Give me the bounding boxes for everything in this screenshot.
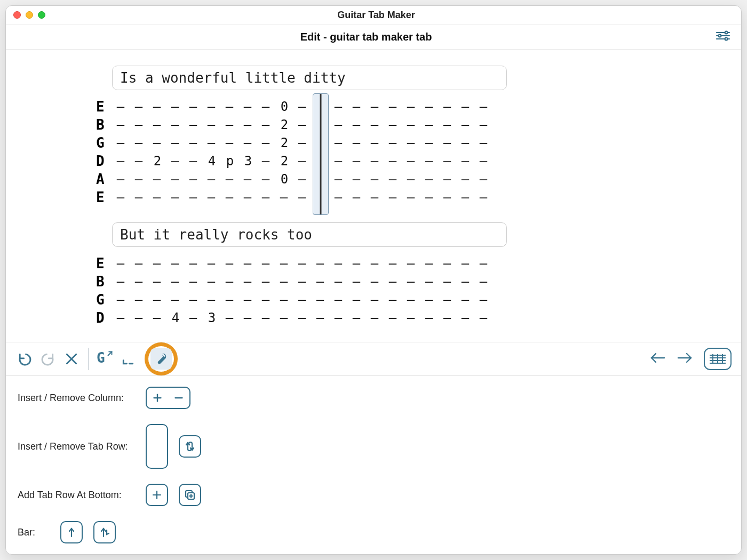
tab-cell[interactable]: — (475, 154, 493, 169)
tab-cell[interactable]: — (257, 135, 275, 150)
tab-cell[interactable]: — (330, 256, 348, 271)
maximize-window-button[interactable] (38, 11, 45, 19)
tab-cell[interactable]: — (457, 172, 475, 187)
tab-cell[interactable]: — (439, 117, 457, 132)
tab-cell[interactable]: — (312, 292, 330, 307)
redo-button[interactable] (39, 350, 57, 368)
tab-cell[interactable]: p (221, 154, 239, 169)
tab-cell[interactable]: — (221, 190, 239, 205)
tab-cell[interactable]: — (203, 256, 221, 271)
tab-cell[interactable]: — (293, 274, 312, 289)
tab-cell[interactable]: — (257, 117, 275, 132)
tab-cell[interactable]: — (275, 274, 293, 289)
tab-cell[interactable]: — (384, 154, 402, 169)
tab-cell[interactable]: — (239, 135, 257, 150)
tab-cell[interactable]: — (439, 274, 457, 289)
tab-cell[interactable]: — (221, 117, 239, 132)
tab-string-row[interactable]: E————————————————————— (96, 254, 651, 273)
tab-cell[interactable]: — (330, 117, 348, 132)
tab-cell[interactable]: — (330, 99, 348, 114)
add-row-bottom-button[interactable] (146, 484, 168, 506)
tab-cell[interactable]: — (130, 310, 148, 325)
tab-cell[interactable]: — (366, 310, 384, 325)
tab-cell[interactable]: — (384, 274, 402, 289)
tab-cell[interactable]: — (366, 292, 384, 307)
tab-cell[interactable]: — (402, 99, 420, 114)
tab-cell[interactable]: — (185, 117, 203, 132)
tab-cell[interactable]: — (130, 135, 148, 150)
tab-cell[interactable]: — (420, 135, 439, 150)
insert-column-button[interactable] (147, 392, 168, 404)
tab-cell[interactable]: — (166, 190, 185, 205)
tab-cell[interactable]: — (257, 310, 275, 325)
tab-cell[interactable]: 4 (203, 154, 221, 169)
tab-cell[interactable]: — (312, 256, 330, 271)
tab-cell[interactable]: — (275, 190, 293, 205)
tab-cell[interactable]: — (203, 172, 221, 187)
tab-cell[interactable]: — (457, 190, 475, 205)
tab-cell[interactable]: — (439, 310, 457, 325)
tab-cell[interactable]: — (330, 310, 348, 325)
tab-cell[interactable]: — (330, 172, 348, 187)
tab-cell[interactable]: — (148, 117, 166, 132)
tab-cell[interactable]: — (348, 135, 366, 150)
tab-cell[interactable]: — (221, 310, 239, 325)
tab-cell[interactable]: — (130, 172, 148, 187)
tab-cell[interactable]: 2 (275, 154, 293, 169)
tab-cell[interactable]: — (439, 99, 457, 114)
tab-cell[interactable]: — (348, 190, 366, 205)
tab-cell[interactable]: — (384, 117, 402, 132)
tab-cell[interactable]: — (203, 99, 221, 114)
swap-rows-button[interactable] (179, 435, 201, 458)
tab-cell[interactable]: — (420, 172, 439, 187)
tab-cell[interactable]: — (293, 256, 312, 271)
tab-cell[interactable]: — (112, 135, 130, 150)
tab-cell[interactable]: — (112, 190, 130, 205)
tab-cell[interactable]: — (475, 292, 493, 307)
tab-cell[interactable]: — (420, 256, 439, 271)
tab-cell[interactable]: — (239, 310, 257, 325)
tab-cell[interactable]: — (148, 274, 166, 289)
tab-cell[interactable]: — (402, 135, 420, 150)
tab-cell[interactable]: — (112, 154, 130, 169)
tab-cell[interactable]: — (293, 154, 312, 169)
undo-button[interactable] (15, 350, 34, 368)
tab-cell[interactable]: — (439, 292, 457, 307)
tab-cell[interactable]: — (185, 292, 203, 307)
tab-cell[interactable]: — (257, 172, 275, 187)
export-button[interactable]: G (97, 350, 114, 368)
tab-cursor[interactable] (313, 93, 329, 215)
tab-cell[interactable]: — (475, 99, 493, 114)
tab-cell[interactable]: — (257, 99, 275, 114)
tab-cell[interactable]: — (293, 310, 312, 325)
tab-cell[interactable]: — (330, 154, 348, 169)
tab-cell[interactable]: — (348, 154, 366, 169)
tab-cell[interactable]: — (239, 190, 257, 205)
prev-arrow-button[interactable] (648, 351, 666, 366)
tab-cell[interactable]: — (420, 292, 439, 307)
tab-cell[interactable]: — (402, 310, 420, 325)
tab-cell[interactable]: — (166, 135, 185, 150)
minimize-window-button[interactable] (26, 11, 33, 19)
tab-cell[interactable]: — (257, 292, 275, 307)
tab-cell[interactable]: — (148, 99, 166, 114)
settings-sliders-icon[interactable] (716, 30, 730, 44)
tab-cell[interactable]: — (148, 292, 166, 307)
tab-cell[interactable]: — (112, 117, 130, 132)
tab-cell[interactable]: — (148, 135, 166, 150)
tab-cell[interactable]: — (366, 172, 384, 187)
tab-cell[interactable]: — (239, 274, 257, 289)
tab-cell[interactable]: — (130, 99, 148, 114)
tab-cell[interactable]: — (348, 99, 366, 114)
tab-cell[interactable]: — (239, 292, 257, 307)
tab-cell[interactable]: — (457, 117, 475, 132)
tab-cell[interactable]: — (148, 172, 166, 187)
tab-string-row[interactable]: G—————————2——————————— (96, 134, 651, 152)
tab-cell[interactable]: — (257, 274, 275, 289)
lyric-input[interactable] (112, 66, 507, 90)
tab-cell[interactable]: — (130, 190, 148, 205)
tab-cell[interactable]: — (130, 117, 148, 132)
tab-string-row[interactable]: E—————————0——————————— (96, 98, 651, 116)
tab-cell[interactable]: — (475, 310, 493, 325)
tab-string-row[interactable]: A—————————0——————————— (96, 170, 651, 188)
